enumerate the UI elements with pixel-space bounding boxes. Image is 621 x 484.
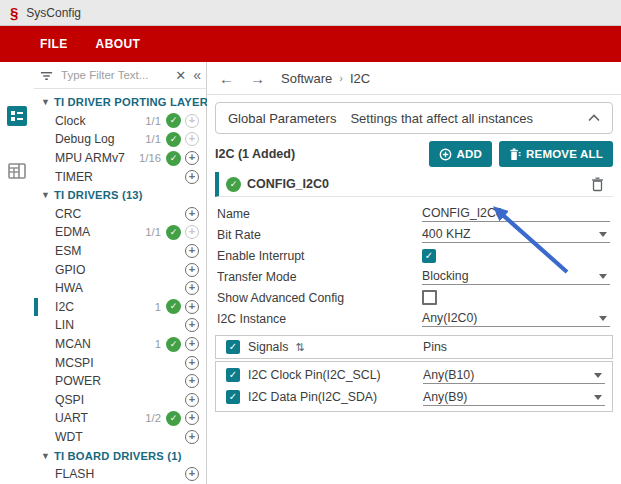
pins-column-header: Pins (423, 340, 447, 354)
forward-arrow-icon[interactable]: → (250, 71, 265, 86)
dropdown-caret-icon (594, 373, 602, 378)
tree-item-power[interactable]: POWER + (34, 372, 206, 391)
software-view-icon[interactable] (6, 105, 28, 127)
add-instance-icon[interactable]: + (185, 207, 199, 221)
add-instance-icon[interactable]: + (185, 244, 199, 258)
scl-checkbox[interactable]: ✓ (226, 368, 240, 382)
chevron-down-icon: ▼ (41, 190, 50, 200)
device-view-icon[interactable] (6, 160, 28, 182)
add-instance-icon[interactable]: + (185, 430, 199, 444)
bit-rate-select[interactable]: 400 KHZ (422, 226, 610, 243)
tree-item-lin[interactable]: LIN + (34, 316, 206, 335)
tree-item-crc[interactable]: CRC + (34, 205, 206, 224)
signal-row-sda: ✓ I2C Data Pin(I2C_SDA) Any(B9) (216, 386, 612, 408)
signal-row-scl: ✓ I2C Clock Pin(I2C_SCL) Any(B10) (216, 364, 612, 386)
tree-item-wdt[interactable]: WDT + (34, 428, 206, 447)
circle-plus-icon (439, 148, 452, 161)
tree-item-i2c[interactable]: I2C 1 ✓ + (34, 298, 206, 317)
show-advanced-checkbox[interactable] (422, 290, 437, 305)
view-switcher-strip (0, 62, 34, 484)
add-instance-icon[interactable]: + (185, 411, 199, 425)
tree-item-esm[interactable]: ESM + (34, 242, 206, 261)
add-button[interactable]: ADD (429, 141, 493, 167)
module-header-row: I2C (1 Added) ADD REMOVE ALL (215, 139, 613, 169)
tree-item-hwa[interactable]: HWA + (34, 279, 206, 298)
remove-all-button[interactable]: REMOVE ALL (499, 141, 613, 167)
add-instance-icon[interactable]: + (185, 318, 199, 332)
breadcrumb-root[interactable]: Software (281, 71, 332, 86)
chevron-down-icon: ▼ (41, 451, 50, 461)
add-instance-icon[interactable]: + (185, 467, 199, 481)
add-instance-icon[interactable]: + (185, 263, 199, 277)
tree-item-qspi[interactable]: QSPI + (34, 391, 206, 410)
add-instance-icon[interactable]: + (185, 300, 199, 314)
dropdown-caret-icon (599, 316, 607, 321)
tree-item-mcspi[interactable]: MCSPI + (34, 353, 206, 372)
configured-check-icon: ✓ (166, 299, 181, 314)
add-instance-icon[interactable]: + (185, 374, 199, 388)
i2c-instance-select[interactable]: Any(I2C0) (422, 310, 610, 327)
add-instance-icon[interactable]: + (185, 281, 199, 295)
scl-pin-select[interactable]: Any(B10) (423, 367, 605, 384)
name-input[interactable] (422, 206, 610, 220)
chevron-down-icon: ▼ (41, 97, 50, 107)
field-show-advanced: Show Advanced Config (217, 287, 613, 308)
menu-about[interactable]: ABOUT (82, 37, 155, 51)
signals-select-all-checkbox[interactable]: ✓ (226, 340, 240, 354)
filter-input[interactable] (59, 68, 175, 82)
add-instance-icon[interactable]: + (185, 114, 199, 128)
sda-checkbox[interactable]: ✓ (226, 390, 240, 404)
module-title: I2C (1 Added) (215, 147, 429, 161)
sort-icon[interactable]: ⇅ (295, 341, 304, 354)
breadcrumb-separator-icon: › (339, 72, 343, 84)
configured-check-icon: ✓ (166, 337, 181, 352)
tree-item-debug-log[interactable]: Debug Log 1/1 ✓ + (34, 130, 206, 149)
instance-header[interactable]: ✓ CONFIG_I2C0 (215, 172, 613, 197)
add-instance-icon[interactable]: + (185, 132, 199, 146)
tree-item-uart[interactable]: UART 1/2 ✓ + (34, 409, 206, 428)
configured-check-icon: ✓ (166, 151, 181, 166)
tree-item-timer[interactable]: TIMER + (34, 167, 206, 186)
window-title-bar: § SysConfig (0, 0, 621, 26)
field-transfer-mode: Transfer Mode Blocking (217, 266, 613, 287)
signals-table: ✓ I2C Clock Pin(I2C_SCL) Any(B10) ✓ I2C … (215, 361, 613, 412)
sda-pin-select[interactable]: Any(B9) (423, 389, 605, 406)
global-parameters-card[interactable]: Global Parameters Settings that affect a… (215, 102, 613, 134)
dropdown-caret-icon (599, 274, 607, 279)
menu-file[interactable]: FILE (26, 37, 82, 51)
configured-check-icon: ✓ (166, 132, 181, 147)
add-instance-icon[interactable]: + (185, 151, 199, 165)
tree-item-clock[interactable]: Clock 1/1 ✓ + (34, 112, 206, 131)
tree-item-edma[interactable]: EDMA 1/1 ✓ + (34, 223, 206, 242)
add-instance-icon[interactable]: + (185, 356, 199, 370)
breadcrumb-current: I2C (350, 71, 370, 86)
back-arrow-icon[interactable]: ← (219, 71, 234, 86)
clear-filter-icon[interactable]: ✕ (175, 69, 186, 82)
add-instance-icon[interactable]: + (185, 393, 199, 407)
field-bit-rate: Bit Rate 400 KHZ (217, 224, 613, 245)
signals-table-header: ✓ Signals ⇅ Pins (215, 335, 613, 359)
dropdown-caret-icon (594, 395, 602, 400)
tree-section-ti-drivers[interactable]: ▼ TI DRIVERS (13) (34, 186, 206, 205)
tree-item-flash[interactable]: FLASH + (34, 465, 206, 484)
sysconfig-logo-icon: § (10, 5, 18, 20)
tree-item-mpu-armv7[interactable]: MPU ARMv7 1/16 ✓ + (34, 149, 206, 168)
configured-check-icon: ✓ (166, 411, 181, 426)
collapse-panel-icon[interactable]: « (193, 68, 200, 82)
tree-item-gpio[interactable]: GPIO + (34, 260, 206, 279)
module-tree-panel: ✕ « ▼ TI DRIVER PORTING LAYER ... Clock … (34, 62, 207, 484)
window-title: SysConfig (26, 6, 81, 20)
tree-item-mcan[interactable]: MCAN 1 ✓ + (34, 335, 206, 354)
add-instance-icon[interactable]: + (185, 225, 199, 239)
add-instance-icon[interactable]: + (185, 337, 199, 351)
add-instance-icon[interactable]: + (185, 170, 199, 184)
config-panel: ← → Software › I2C Global Parameters Set… (207, 62, 621, 484)
instance-name: CONFIG_I2C0 (247, 177, 591, 191)
tree-section-board-drivers[interactable]: ▼ TI BOARD DRIVERS (1) (34, 446, 206, 465)
configured-check-icon: ✓ (166, 225, 181, 240)
transfer-mode-select[interactable]: Blocking (422, 268, 610, 285)
tree-section-porting-layer[interactable]: ▼ TI DRIVER PORTING LAYER ... (34, 93, 206, 112)
delete-instance-icon[interactable] (591, 177, 604, 192)
enable-interrupt-checkbox[interactable]: ✓ (422, 249, 436, 263)
chevron-up-icon[interactable] (588, 114, 600, 122)
